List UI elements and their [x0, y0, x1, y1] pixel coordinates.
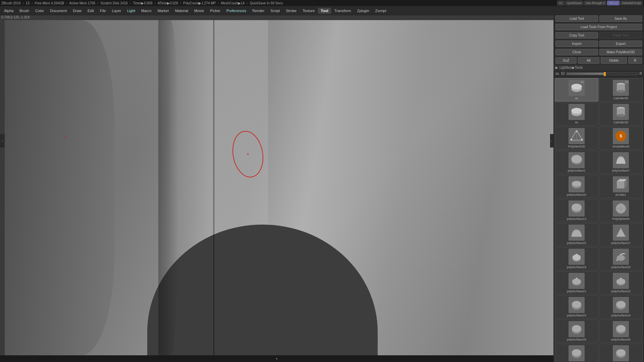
- tool-item-polysurface13[interactable]: polySurface13: [555, 199, 598, 222]
- svg-point-42: [616, 301, 626, 308]
- menu-stroke[interactable]: Stroke: [283, 8, 299, 14]
- goz-button[interactable]: GoZ: [555, 57, 577, 64]
- menu-brush[interactable]: Brush: [17, 8, 32, 14]
- tool-item-polysurface25[interactable]: polySurface25: [555, 319, 598, 343]
- import-button[interactable]: Import: [555, 41, 598, 47]
- tool-item-polysurface20[interactable]: polySurface20: [599, 247, 643, 270]
- tool-item-polysurface28[interactable]: polySurface28: [555, 344, 598, 362]
- tool-item-polysurface23[interactable]: polySurface23: [555, 295, 598, 319]
- menu-file[interactable]: File: [97, 8, 109, 14]
- menu-layer[interactable]: Layer: [109, 8, 124, 14]
- load-tool-button[interactable]: Load Tool: [555, 15, 598, 22]
- tool-item-polysurface24[interactable]: polySurface24: [599, 295, 643, 319]
- tool-item-polysurface7[interactable]: polySurface7: [599, 150, 643, 174]
- brush-dot-secondary: [64, 137, 66, 138]
- tool-thumb-ss1: 55: [569, 80, 585, 96]
- tool-item-polysurface10[interactable]: polySurface10: [555, 175, 598, 198]
- tool-item-polysurface1[interactable]: polySurface1: [555, 150, 598, 174]
- tool-item-polysurface26[interactable]: polySurface26: [599, 319, 643, 343]
- tool-item-polysphere5[interactable]: PolySphere5: [599, 199, 643, 222]
- tool-icon-polysurface1: [570, 153, 584, 167]
- menu-zscript[interactable]: Zscript: [373, 8, 389, 14]
- tool-item-polysurface17[interactable]: polySurface17: [599, 223, 643, 246]
- tool-icon-polysurface23: [570, 298, 584, 312]
- menu-edit[interactable]: Edit: [85, 8, 97, 14]
- menu-color[interactable]: Color: [33, 8, 47, 14]
- menu-tool[interactable]: Tool: [318, 8, 331, 14]
- tool-item-ss1[interactable]: 55 ss: [555, 78, 598, 102]
- menu-transform[interactable]: Transform: [332, 8, 354, 14]
- menu-script[interactable]: Script: [268, 8, 282, 14]
- menu-texture[interactable]: Texture: [300, 8, 317, 14]
- ss-slider[interactable]: [566, 72, 638, 75]
- tool-item-cylinder3d-2[interactable]: Cylinder3D: [599, 102, 643, 126]
- tool-item-polysurface22[interactable]: polySurface22: [599, 271, 643, 295]
- make-polymesh-button[interactable]: Make PolyMesh3D: [599, 49, 642, 55]
- tool-item-simplebrush[interactable]: S SimpleBrush: [599, 126, 643, 150]
- menu-document[interactable]: Document: [47, 8, 69, 14]
- menu-zplugin[interactable]: Zplugin: [354, 8, 372, 14]
- menu-light[interactable]: Light: [124, 8, 138, 14]
- svg-point-1: [571, 84, 582, 90]
- tool-thumb-polysurface26: [613, 321, 629, 337]
- tool-thumb-polysurface13: [569, 200, 585, 217]
- svg-point-48: [572, 349, 581, 356]
- see-through-button[interactable]: See-through 0: [584, 1, 606, 5]
- right-panel-toggle[interactable]: ‹: [550, 134, 553, 147]
- tool-item-pcube1[interactable]: pCube1: [599, 175, 643, 198]
- quicksave-button[interactable]: QuickSave: [565, 1, 583, 5]
- ss-label: ss.: [555, 72, 560, 75]
- ss-slider-thumb[interactable]: [604, 72, 606, 76]
- menu-marker[interactable]: Marker: [155, 8, 172, 14]
- paste-tool-button[interactable]: Paste Tool: [599, 32, 642, 39]
- visible-button[interactable]: Visible: [601, 57, 627, 64]
- tool-label-polysurface26: polySurface26: [611, 338, 631, 341]
- menu-render[interactable]: Render: [250, 8, 267, 14]
- menu-material[interactable]: Material: [172, 8, 191, 14]
- left-panel-toggle[interactable]: ›: [0, 134, 5, 147]
- svg-point-46: [616, 325, 626, 332]
- tool-thumb-cylinder3d-2: [613, 104, 629, 120]
- svg-point-20: [572, 181, 581, 187]
- tool-thumb-polysurface30: [613, 345, 629, 361]
- tool-item-ss2[interactable]: ss: [555, 102, 598, 126]
- tool-item-polysurface19[interactable]: polySurface19: [555, 247, 598, 270]
- lightbox-icon: ▶: [555, 66, 558, 69]
- tool-thumb-cylinder3d: 55: [613, 80, 629, 96]
- save-as-button[interactable]: Save As: [599, 15, 642, 22]
- default-zscript-button[interactable]: DefaultZScript: [620, 1, 643, 5]
- mesh-count: MeshCount▶14: [221, 1, 245, 5]
- tool-thumb-polysurface21: [569, 273, 585, 289]
- r-button[interactable]: R: [628, 57, 642, 64]
- tool-grid: 55 ss 55 Cylinder3D: [553, 77, 644, 362]
- menu-draw[interactable]: Draw: [70, 8, 84, 14]
- tool-item-polysurface15[interactable]: polySurface15: [555, 223, 598, 246]
- copy-tool-button[interactable]: Copy Tool: [555, 32, 598, 39]
- lightbox-tools-header[interactable]: ▶ Lightbox▶Tools: [553, 65, 644, 70]
- free-mem: Free Mem 4.264GB: [35, 1, 64, 5]
- top-right-buttons: AC QuickSave See-through 0 Menus Default…: [557, 0, 644, 6]
- tool-thumb-polysurface10: [569, 176, 585, 192]
- tool-label-polysurface17: polySurface17: [611, 241, 631, 245]
- ac-button[interactable]: AC: [557, 1, 565, 5]
- menu-preferences[interactable]: Preferences: [224, 8, 249, 14]
- menu-picker[interactable]: Picker: [207, 8, 223, 14]
- menu-alpha[interactable]: Alpha: [1, 8, 16, 14]
- tool-thumb-polysurface7: [613, 152, 629, 168]
- main-viewport[interactable]: [5, 20, 553, 355]
- tool-item-polymesh3d[interactable]: PolyMesh3D: [555, 126, 598, 150]
- menus-button[interactable]: Menus: [607, 1, 620, 5]
- menu-macro[interactable]: Macro: [139, 8, 154, 14]
- tool-item-polysurface30[interactable]: polySurface30: [599, 344, 643, 362]
- load-tools-from-project-button[interactable]: Load Tools From Project: [555, 24, 642, 30]
- svg-point-38: [616, 279, 625, 285]
- all-button[interactable]: All: [578, 57, 599, 64]
- tool-item-polysurface21[interactable]: polySurface21: [555, 271, 598, 295]
- tool-label-cylinder3d: Cylinder3D: [613, 97, 629, 100]
- tool-item-cylinder3d[interactable]: 55 Cylinder3D: [599, 78, 643, 102]
- export-button[interactable]: Export: [599, 41, 642, 47]
- menu-movie[interactable]: Movie: [192, 8, 207, 14]
- ss-slider-fill: [567, 73, 604, 75]
- tool-icon-polysurface17: [614, 226, 628, 240]
- clone-button[interactable]: Clone: [555, 49, 598, 55]
